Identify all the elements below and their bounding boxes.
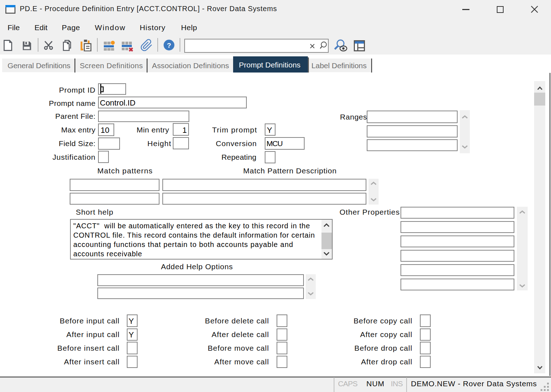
- svg-text:?: ?: [167, 42, 171, 49]
